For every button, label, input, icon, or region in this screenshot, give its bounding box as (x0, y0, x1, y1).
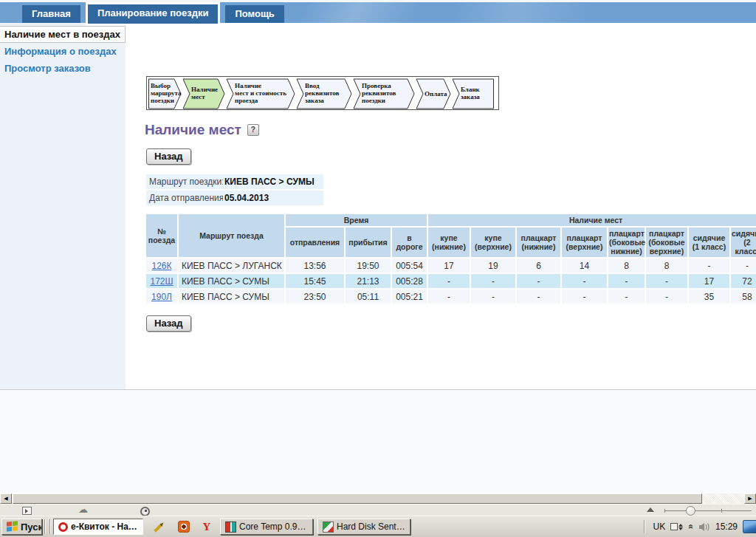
back-button-bottom[interactable]: Назад (146, 315, 191, 332)
seat-cell: 17 (689, 274, 729, 288)
task-button-0[interactable]: e-Квиток - Нал... (53, 519, 143, 535)
header-cell: отправления (286, 228, 344, 257)
task-buttons: e-Квиток - Нал...YCore Temp 0.99.8Hard D… (53, 519, 410, 535)
hide-icons-chevron-icon[interactable]: » (686, 524, 696, 530)
time-cell: 005:28 (392, 274, 427, 288)
taskbar-separator[interactable] (43, 519, 52, 534)
scroll-left-button[interactable]: ◀ (0, 493, 12, 504)
wizard-step-label: Выбор (151, 82, 171, 89)
zoom-slider-handle[interactable] (686, 506, 695, 516)
train-no-cell: 126К (146, 259, 177, 273)
tab-1[interactable]: Планирование поездки (86, 2, 221, 26)
time-cell: 19:50 (346, 259, 391, 273)
seat-cell: - (608, 274, 645, 288)
panel-toggle-icon[interactable] (22, 507, 32, 515)
clock[interactable]: 15:29 (715, 521, 738, 532)
cloud-icon[interactable]: ☁ (78, 504, 88, 515)
wizard-step-label: заказа (305, 97, 324, 104)
time-cell: 15:45 (286, 274, 344, 288)
sidebar-item-1[interactable]: Информация о поездах (0, 43, 126, 60)
header-cell: плацкарт (верхние) (562, 228, 607, 257)
start-button[interactable]: Пуск (1, 519, 42, 535)
task-button-label: Core Temp 0.99.8 (239, 521, 308, 532)
wizard-step-label: реквизитов (305, 89, 340, 97)
wizard-step-label: Оплата (425, 90, 447, 98)
core-temp-icon (225, 521, 236, 533)
zoom-arrow-icon[interactable] (647, 507, 654, 512)
time-cell: 05:11 (346, 290, 391, 304)
header-cell: купе (нижние) (428, 228, 470, 257)
windows-taskbar: Пуск e-Квиток - Нал...YCore Temp 0.99.8H… (0, 516, 756, 537)
train-link[interactable]: 190Л (151, 292, 172, 302)
train-link[interactable]: 172Ш (150, 276, 173, 287)
task-button-1[interactable]: Core Temp 0.99.8 (220, 519, 313, 535)
seat-cell: 14 (562, 259, 607, 273)
tab-0[interactable]: Главная (22, 5, 80, 23)
sidebar-item-2[interactable]: Просмотр заказов (0, 60, 126, 77)
back-button-top[interactable]: Назад (146, 148, 191, 165)
header-cell: Маршрут поезда (179, 214, 284, 257)
train-no-cell: 190Л (146, 290, 177, 304)
start-label: Пуск (21, 521, 42, 533)
task-button-2[interactable]: Hard Disk Sentinel (317, 519, 410, 535)
time-cell: 23:50 (286, 290, 344, 304)
zoom-slider-track[interactable] (664, 510, 752, 511)
language-options-icon[interactable] (670, 523, 683, 530)
time-cell: 005:54 (392, 259, 427, 273)
seat-cell: - (471, 274, 515, 288)
seat-cell: 19 (471, 259, 515, 273)
help-icon[interactable]: ? (247, 124, 259, 136)
main-content: ВыбормаршрутапоездкиНаличиеместНаличиеме… (126, 23, 756, 389)
task-button-label: e-Квиток - Нал... (71, 521, 138, 532)
browser-status-bar: ☁ (0, 504, 756, 516)
seat-cell: 17 (428, 259, 470, 273)
tab-2[interactable]: Помощь (225, 5, 284, 23)
wizard-step-label: Бланк (461, 86, 481, 93)
screen: ГлавнаяПланирование поездкиПомощь Наличи… (0, 0, 756, 537)
train-link[interactable]: 126К (151, 261, 171, 271)
train-no-cell: 172Ш (146, 274, 177, 288)
seat-cell: - (471, 290, 515, 304)
wizard-step-label: мест (191, 93, 205, 100)
seat-availability-table: № поездаМаршрут поездаВремяНаличие место… (145, 213, 756, 305)
seat-cell: 58 (731, 290, 756, 304)
opera-icon (58, 522, 68, 532)
seat-cell: 72 (731, 274, 756, 288)
wizard-step-label: поездки (362, 97, 385, 104)
task-button-label: Hard Disk Sentinel (337, 521, 405, 532)
yandex-y-icon[interactable]: Y (202, 521, 210, 533)
seat-cell: - (428, 274, 470, 288)
header-cell: сидячие (2 класс) (731, 228, 756, 257)
volume-icon[interactable] (698, 522, 710, 532)
language-indicator[interactable]: UK (653, 521, 666, 532)
route-cell: КИЕВ ПАСС > СУМЫ (179, 290, 284, 304)
wizard-step-label: мест и стоимость (235, 89, 286, 97)
system-tray: UK » 15:29 (644, 519, 756, 536)
page-title: Наличие мест ? (145, 122, 756, 138)
wizard-step-label: маршрута (151, 89, 182, 97)
sidebar-item-0[interactable]: Наличие мест в поездах (0, 26, 126, 43)
page-title-text: Наличие мест (145, 122, 241, 138)
table-row: 190ЛКИЕВ ПАСС > СУМЫ23:5005:11005:21----… (146, 290, 756, 304)
hdd-sentinel-icon (323, 521, 334, 533)
time-cell: 13:56 (286, 259, 344, 273)
header-cell: купе (верхние) (471, 228, 515, 257)
route-label: Маршрут поездки: (146, 174, 223, 189)
network-monitor-icon[interactable] (743, 520, 756, 533)
wizard-step-label: Проверка (362, 82, 391, 89)
scroll-right-button[interactable]: ▶ (744, 493, 756, 504)
seat-cell: - (517, 290, 560, 304)
horizontal-scrollbar[interactable]: ◀ ▶ (0, 493, 756, 504)
eye-icon[interactable] (178, 521, 190, 533)
seat-cell: - (608, 290, 645, 304)
seat-cell: 8 (646, 259, 687, 273)
seat-cell: 6 (517, 259, 560, 273)
pencil-icon[interactable] (150, 518, 168, 536)
wizard-step-label: проезда (235, 97, 258, 104)
scrollbar-thumb[interactable] (13, 493, 702, 504)
seat-cell: - (731, 259, 756, 273)
wizard-step-label: Наличие (191, 86, 218, 93)
time-cell: 005:21 (392, 290, 427, 304)
browser-viewport: Наличие мест в поездахИнформация о поезд… (0, 23, 756, 389)
seat-cell: - (428, 290, 470, 304)
